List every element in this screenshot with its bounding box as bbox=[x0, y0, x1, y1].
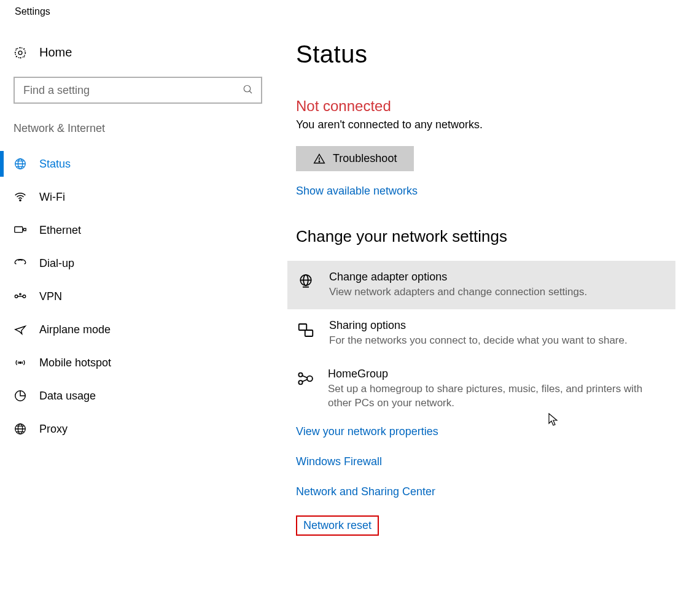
homegroup-icon bbox=[296, 368, 314, 388]
windows-firewall-link[interactable]: Windows Firewall bbox=[296, 455, 675, 468]
globe-icon bbox=[14, 157, 27, 171]
row-change-adapter[interactable]: Change adapter options View network adap… bbox=[287, 261, 675, 309]
sidebar: Home Network & Internet Status bbox=[0, 40, 276, 536]
view-network-properties-link[interactable]: View your network properties bbox=[296, 425, 675, 438]
svg-point-11 bbox=[20, 362, 21, 364]
sidebar-item-wifi[interactable]: Wi-Fi bbox=[0, 180, 276, 214]
show-networks-link[interactable]: Show available networks bbox=[296, 185, 418, 198]
sidebar-item-datausage[interactable]: Data usage bbox=[0, 379, 276, 412]
svg-point-0 bbox=[18, 51, 22, 55]
airplane-icon bbox=[14, 323, 27, 336]
wifi-icon bbox=[14, 190, 27, 204]
sidebar-item-vpn[interactable]: VPN bbox=[0, 280, 276, 313]
adapter-icon bbox=[296, 271, 316, 291]
page-title: Status bbox=[296, 40, 675, 68]
row-title: Change adapter options bbox=[329, 271, 587, 284]
troubleshoot-button[interactable]: Troubleshoot bbox=[296, 146, 414, 171]
sidebar-item-hotspot[interactable]: Mobile hotspot bbox=[0, 346, 276, 379]
sidebar-item-dialup[interactable]: Dial-up bbox=[0, 247, 276, 280]
sidebar-item-home[interactable]: Home bbox=[0, 40, 276, 64]
svg-point-8 bbox=[15, 295, 18, 298]
change-settings-heading: Change your network settings bbox=[296, 227, 675, 246]
category-label: Network & Internet bbox=[0, 122, 276, 147]
row-sharing-options[interactable]: Sharing options For the networks you con… bbox=[287, 309, 675, 358]
sharing-icon bbox=[296, 319, 316, 339]
sidebar-item-label: VPN bbox=[39, 290, 62, 303]
row-title: Sharing options bbox=[329, 319, 628, 332]
sidebar-item-label: Proxy bbox=[39, 423, 68, 436]
gear-icon bbox=[14, 46, 27, 60]
network-reset-link[interactable]: Network reset bbox=[303, 519, 371, 532]
sidebar-item-proxy[interactable]: Proxy bbox=[0, 412, 276, 446]
globe-icon bbox=[14, 422, 27, 436]
troubleshoot-label: Troubleshoot bbox=[333, 152, 397, 165]
sidebar-item-label: Status bbox=[39, 158, 71, 171]
search-input[interactable] bbox=[14, 77, 262, 104]
svg-point-5 bbox=[20, 199, 21, 201]
svg-rect-7 bbox=[24, 228, 26, 231]
row-desc: For the networks you connect to, decide … bbox=[329, 333, 628, 348]
connection-status-title: Not connected bbox=[296, 98, 675, 115]
svg-point-22 bbox=[307, 376, 313, 381]
sidebar-item-label: Mobile hotspot bbox=[39, 357, 111, 369]
sidebar-item-airplane[interactable]: Airplane mode bbox=[0, 313, 276, 346]
network-reset-highlight: Network reset bbox=[296, 515, 379, 536]
sidebar-item-status[interactable]: Status bbox=[0, 147, 276, 180]
search-wrapper bbox=[14, 77, 262, 104]
row-title: HomeGroup bbox=[328, 368, 667, 380]
sidebar-item-label: Wi-Fi bbox=[39, 191, 65, 204]
chart-icon bbox=[14, 389, 27, 403]
links-block: View your network properties Windows Fir… bbox=[296, 425, 675, 536]
hotspot-icon bbox=[14, 356, 27, 369]
sidebar-item-label: Ethernet bbox=[39, 224, 81, 237]
row-desc: View network adapters and change connect… bbox=[329, 285, 587, 299]
main-content: Status Not connected You aren't connecte… bbox=[276, 40, 700, 536]
connection-status-msg: You aren't connected to any networks. bbox=[296, 118, 675, 131]
sidebar-item-ethernet[interactable]: Ethernet bbox=[0, 214, 276, 247]
svg-point-15 bbox=[319, 161, 320, 162]
svg-rect-6 bbox=[15, 227, 23, 233]
ethernet-icon bbox=[14, 223, 27, 237]
phone-icon bbox=[14, 256, 27, 270]
sidebar-item-label: Dial-up bbox=[39, 257, 74, 270]
svg-point-21 bbox=[298, 380, 302, 384]
home-label: Home bbox=[39, 45, 72, 60]
network-sharing-center-link[interactable]: Network and Sharing Center bbox=[296, 485, 675, 498]
vpn-icon bbox=[14, 290, 27, 303]
window-title: Settings bbox=[0, 0, 700, 17]
sidebar-item-label: Airplane mode bbox=[39, 323, 111, 336]
row-homegroup[interactable]: HomeGroup Set up a homegroup to share pi… bbox=[287, 358, 675, 421]
warning-icon bbox=[313, 153, 325, 165]
svg-point-20 bbox=[298, 372, 302, 376]
svg-rect-19 bbox=[305, 330, 313, 336]
svg-point-10 bbox=[20, 293, 21, 295]
svg-rect-18 bbox=[299, 324, 307, 330]
row-desc: Set up a homegroup to share pictures, mu… bbox=[328, 382, 667, 411]
svg-point-9 bbox=[23, 295, 26, 298]
sidebar-item-label: Data usage bbox=[39, 390, 96, 403]
